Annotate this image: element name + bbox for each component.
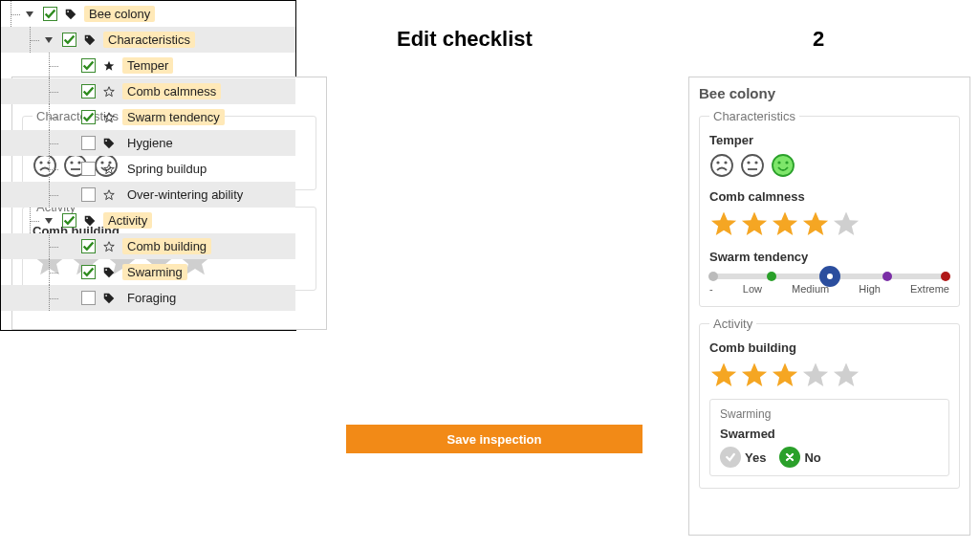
tree-node-label[interactable]: Swarming <box>122 264 187 280</box>
svg-point-24 <box>754 161 757 164</box>
tree-node-label[interactable]: Spring buildup <box>122 161 211 177</box>
tree-row[interactable]: Hygiene <box>1 130 295 156</box>
face-neutral-icon[interactable] <box>740 153 765 178</box>
expand-toggle-icon[interactable] <box>43 215 54 227</box>
save-inspection-button[interactable]: Save inspection <box>346 425 642 453</box>
group-legend: Characteristics <box>709 109 799 123</box>
svg-point-16 <box>86 217 88 219</box>
svg-point-11 <box>67 11 69 12</box>
expand-toggle-icon <box>62 164 74 175</box>
expand-toggle-icon <box>62 267 74 278</box>
face-happy-icon[interactable] <box>771 153 795 178</box>
svg-marker-12 <box>45 37 53 43</box>
tree-checkbox[interactable] <box>43 7 57 21</box>
svg-point-17 <box>105 269 107 271</box>
item-label-swarm-tendency: Swarm tendency <box>709 250 949 264</box>
tree-node-label[interactable]: Comb calmness <box>122 83 221 99</box>
comb-building-stars[interactable] <box>709 361 949 389</box>
star-outline-icon <box>101 187 117 203</box>
slider-stop[interactable] <box>708 272 718 281</box>
tree-row[interactable]: Over-wintering ability <box>1 182 295 208</box>
star-icon[interactable] <box>709 209 738 238</box>
star-icon[interactable] <box>832 361 860 389</box>
cross-icon <box>779 447 800 468</box>
slider-stop[interactable] <box>882 272 892 281</box>
tree-checkbox[interactable] <box>81 265 96 279</box>
tree-row[interactable]: Temper <box>1 53 295 78</box>
tree-row[interactable]: Swarming <box>1 259 295 285</box>
panel-checklist-after: Bee colony Characteristics Temper Comb c… <box>688 77 970 536</box>
tree-row[interactable]: Foraging <box>1 285 295 311</box>
tree-checkbox[interactable] <box>62 213 76 228</box>
svg-point-21 <box>724 161 727 164</box>
star-icon[interactable] <box>801 209 830 238</box>
expand-toggle-icon[interactable] <box>24 9 35 20</box>
edit-checklist-title: Edit checklist <box>397 27 533 52</box>
star-icon[interactable] <box>709 361 738 389</box>
star-icon[interactable] <box>771 209 799 238</box>
group-activity: Activity Comb building Swarming Swarmed … <box>699 317 960 489</box>
slider-thumb[interactable] <box>819 266 840 287</box>
tree-checkbox[interactable] <box>81 84 96 99</box>
tree-checkbox[interactable] <box>81 162 96 176</box>
tree-node-label[interactable]: Activity <box>103 212 152 229</box>
tree-row[interactable]: Bee colony <box>1 1 295 27</box>
tree-node-label[interactable]: Swarm tendency <box>122 109 225 125</box>
comb-calmness-stars[interactable] <box>709 209 949 238</box>
temper-face-picker[interactable] <box>709 153 949 178</box>
star-outline-icon <box>101 110 117 125</box>
star-icon[interactable] <box>801 361 830 389</box>
tree-row[interactable]: Activity <box>1 208 295 233</box>
slider-stop[interactable] <box>941 272 950 281</box>
svg-point-26 <box>773 155 794 176</box>
swarmed-no[interactable]: No <box>779 447 820 468</box>
swarmed-yes-no[interactable]: Yes No <box>720 447 939 468</box>
star-icon[interactable] <box>740 361 769 389</box>
face-sad-icon[interactable] <box>709 153 734 178</box>
slider-stop-label: Extreme <box>910 283 949 295</box>
svg-point-28 <box>785 161 788 164</box>
tree-checkbox[interactable] <box>81 136 96 150</box>
tree-node-label[interactable]: Foraging <box>122 290 181 306</box>
tag-icon <box>63 7 78 22</box>
slider-stop[interactable] <box>767 272 776 281</box>
no-label: No <box>804 450 820 465</box>
swarmed-yes[interactable]: Yes <box>720 447 766 468</box>
tree-row[interactable]: Swarm tendency <box>1 104 295 130</box>
expand-toggle-icon[interactable] <box>43 34 54 46</box>
star-icon[interactable] <box>832 209 860 238</box>
star-icon[interactable] <box>740 209 769 238</box>
group-legend: Swarming <box>720 407 939 421</box>
expand-toggle-icon <box>62 138 74 149</box>
tree-checkbox[interactable] <box>81 110 96 124</box>
tree-row[interactable]: Comb calmness <box>1 78 295 104</box>
star-icon[interactable] <box>771 361 799 389</box>
tree-checkbox[interactable] <box>62 33 76 47</box>
star-icon <box>101 58 117 74</box>
tree-row[interactable]: Comb building <box>1 233 295 259</box>
svg-point-23 <box>747 161 750 164</box>
group-legend: Activity <box>709 317 756 331</box>
tree-checkbox[interactable] <box>81 187 96 202</box>
tree-node-label[interactable]: Bee colony <box>84 6 155 22</box>
tree-row[interactable]: Characteristics <box>1 27 295 53</box>
tree-node-label[interactable]: Temper <box>122 57 173 74</box>
svg-point-18 <box>105 295 107 296</box>
group-characteristics: Characteristics Temper Comb calmness Swa… <box>699 109 960 307</box>
tree-node-label[interactable]: Comb building <box>122 238 211 254</box>
tag-icon <box>82 33 98 48</box>
tree-node-label[interactable]: Hygiene <box>122 135 178 151</box>
slider-stop-label: High <box>859 283 881 295</box>
swarm-tendency-slider[interactable]: -LowMediumHighExtreme <box>709 274 949 295</box>
svg-marker-15 <box>45 218 53 224</box>
tree-checkbox[interactable] <box>81 239 96 253</box>
tag-icon <box>82 213 98 229</box>
expand-toggle-icon <box>62 112 74 123</box>
tree-checkbox[interactable] <box>81 291 96 305</box>
tree-node-label[interactable]: Characteristics <box>103 32 195 48</box>
svg-point-20 <box>716 161 719 164</box>
tree-row[interactable]: Spring buildup <box>1 156 295 182</box>
tag-icon <box>101 136 117 151</box>
tree-node-label[interactable]: Over-wintering ability <box>122 186 248 203</box>
tree-checkbox[interactable] <box>81 58 96 73</box>
